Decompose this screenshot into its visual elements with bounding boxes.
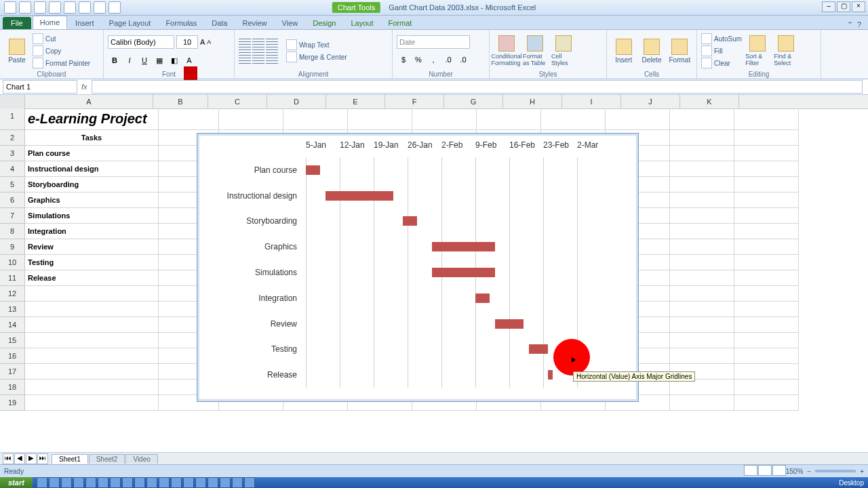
- tab-file[interactable]: File: [3, 17, 31, 29]
- cell[interactable]: [734, 380, 799, 395]
- cell[interactable]: Integration: [25, 224, 159, 239]
- row-header[interactable]: 1: [0, 108, 25, 130]
- cell[interactable]: [606, 108, 670, 130]
- font-size-select[interactable]: 10: [176, 35, 198, 49]
- row-header[interactable]: 9: [0, 239, 25, 255]
- sheet-nav-first[interactable]: ⏮: [3, 453, 14, 464]
- zoom-in-button[interactable]: +: [860, 468, 864, 475]
- cell-styles-button[interactable]: Cell Styles: [551, 33, 576, 69]
- sheet-tab-2[interactable]: Sheet2: [89, 454, 125, 464]
- qat-new-icon[interactable]: [49, 1, 61, 14]
- worksheet-grid[interactable]: A B C D E F G H I J K 1e-Learning Projec…: [0, 95, 868, 434]
- row-header[interactable]: 18: [0, 380, 25, 395]
- column-header[interactable]: E: [326, 95, 385, 108]
- column-header[interactable]: K: [680, 95, 739, 108]
- cell[interactable]: e-Learning Project: [25, 108, 159, 130]
- cell[interactable]: [734, 146, 799, 161]
- cell[interactable]: [734, 224, 799, 239]
- tab-home[interactable]: Home: [33, 16, 67, 29]
- cell[interactable]: [670, 208, 734, 224]
- tab-data[interactable]: Data: [205, 17, 234, 29]
- column-header[interactable]: J: [621, 95, 680, 108]
- find-select-button[interactable]: Find & Select: [773, 33, 799, 69]
- cell[interactable]: [734, 255, 799, 270]
- cell[interactable]: [25, 348, 159, 364]
- column-header[interactable]: D: [267, 95, 326, 108]
- sheet-nav-last[interactable]: ⏭: [37, 453, 48, 464]
- cell[interactable]: [734, 239, 799, 255]
- column-header[interactable]: B: [153, 95, 208, 108]
- row-header[interactable]: 5: [0, 177, 25, 192]
- cell[interactable]: [25, 364, 159, 380]
- qat-print-icon[interactable]: [79, 1, 91, 14]
- format-as-table-button[interactable]: Format as Table: [522, 33, 548, 69]
- tray-desktop-label[interactable]: Desktop: [839, 479, 864, 487]
- tab-review[interactable]: Review: [235, 17, 273, 29]
- cell[interactable]: [670, 286, 734, 302]
- sheet-tab-1[interactable]: Sheet1: [52, 454, 88, 464]
- qat-save-icon[interactable]: [4, 1, 16, 14]
- cell[interactable]: [670, 177, 734, 192]
- cell[interactable]: Graphics: [25, 192, 159, 208]
- wrap-text-button[interactable]: Wrap Text: [286, 39, 347, 50]
- cell[interactable]: [734, 395, 799, 411]
- format-painter-button[interactable]: Format Painter: [33, 58, 90, 68]
- cell[interactable]: Storyboarding: [25, 177, 159, 192]
- minimize-ribbon-icon[interactable]: ⌃: [847, 20, 853, 29]
- help-icon[interactable]: ?: [857, 20, 861, 29]
- minimize-button[interactable]: –: [822, 1, 835, 12]
- row-header[interactable]: 3: [0, 146, 25, 161]
- cell[interactable]: [25, 317, 159, 333]
- row-header[interactable]: 19: [0, 395, 25, 411]
- gantt-bar[interactable]: [432, 268, 495, 277]
- row-header[interactable]: 7: [0, 208, 25, 224]
- insert-cells-button[interactable]: Insert: [611, 33, 636, 69]
- taskbar-quick-launch[interactable]: [37, 477, 255, 488]
- row-header[interactable]: 13: [0, 302, 25, 317]
- font-name-select[interactable]: Calibri (Body): [108, 35, 174, 49]
- fx-icon[interactable]: fx: [81, 83, 87, 91]
- cell[interactable]: [670, 239, 734, 255]
- row-header[interactable]: 17: [0, 364, 25, 380]
- cell[interactable]: [670, 270, 734, 286]
- cell[interactable]: [670, 255, 734, 270]
- cell[interactable]: [670, 146, 734, 161]
- row-header[interactable]: 4: [0, 161, 25, 177]
- zoom-out-button[interactable]: −: [807, 468, 811, 475]
- cell[interactable]: [734, 130, 799, 146]
- qat-preview-icon[interactable]: [94, 1, 106, 14]
- row-header[interactable]: 8: [0, 224, 25, 239]
- row-header[interactable]: 6: [0, 192, 25, 208]
- name-box[interactable]: Chart 1: [3, 80, 77, 94]
- gantt-bar[interactable]: [475, 293, 490, 303]
- cell[interactable]: Instructional design: [25, 161, 159, 177]
- cell[interactable]: [283, 108, 348, 130]
- column-header[interactable]: C: [208, 95, 267, 108]
- row-header[interactable]: 2: [0, 130, 25, 146]
- zoom-slider[interactable]: [815, 470, 856, 472]
- cell[interactable]: [734, 270, 799, 286]
- cell[interactable]: [670, 302, 734, 317]
- tab-formulas[interactable]: Formulas: [159, 17, 203, 29]
- cell[interactable]: [734, 302, 799, 317]
- cell[interactable]: [670, 192, 734, 208]
- border-button[interactable]: ▦: [153, 54, 166, 67]
- cell[interactable]: [412, 108, 477, 130]
- cell[interactable]: [670, 333, 734, 348]
- row-header[interactable]: 12: [0, 286, 25, 302]
- cell[interactable]: [734, 317, 799, 333]
- row-header[interactable]: 16: [0, 348, 25, 364]
- formula-input[interactable]: [92, 80, 863, 94]
- start-button[interactable]: start: [0, 477, 33, 488]
- cell[interactable]: [734, 348, 799, 364]
- cell[interactable]: [734, 161, 799, 177]
- column-header[interactable]: F: [385, 95, 444, 108]
- qat-quickprint-icon[interactable]: [108, 1, 121, 14]
- cell[interactable]: [734, 208, 799, 224]
- gantt-bar[interactable]: [495, 319, 524, 329]
- conditional-formatting-button[interactable]: Conditional Formatting: [494, 33, 519, 69]
- clear-button[interactable]: Clear: [701, 58, 742, 68]
- row-header[interactable]: 15: [0, 333, 25, 348]
- sort-filter-button[interactable]: Sort & Filter: [745, 33, 770, 69]
- zoom-level[interactable]: 150%: [786, 468, 804, 475]
